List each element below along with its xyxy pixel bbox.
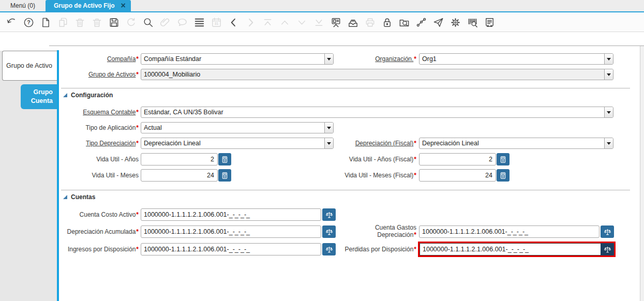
workflow-button[interactable] [414, 16, 428, 29]
save-button[interactable] [107, 16, 121, 29]
print-button [363, 16, 377, 29]
tipo-aplicacion-dropdown-button[interactable] [324, 123, 333, 133]
detail-window-icon [330, 17, 342, 28]
cuenta-gastos-depreciacion-input[interactable] [419, 225, 600, 238]
compania-input[interactable] [141, 54, 324, 64]
calculator-icon [221, 172, 229, 179]
esquema-contable-input[interactable] [141, 107, 604, 117]
tipo-depreciacion-input[interactable] [141, 138, 324, 148]
vertical-scrollbar[interactable] [640, 46, 644, 301]
section-header-cuentas[interactable]: Cuentas [63, 193, 95, 201]
find-button[interactable] [141, 16, 155, 29]
archive-icon [347, 17, 359, 28]
sidebar-tab-grupo-cuenta[interactable]: Grupo Cuenta [21, 84, 57, 109]
help-button[interactable]: ? [22, 16, 35, 29]
perdidas-disposicion-account-button[interactable] [601, 243, 614, 255]
delete-selection-button [90, 16, 103, 29]
up-record-button [278, 16, 291, 29]
scales-icon [325, 211, 333, 219]
organizacion-label: Organización.* [325, 53, 416, 65]
cuenta-costo-activo-input[interactable] [141, 208, 321, 221]
vida-util-anos-calculator-button[interactable] [218, 153, 231, 165]
attachment-button [158, 16, 172, 29]
grupo-activos-dropdown-button[interactable] [604, 69, 613, 80]
lock-button[interactable] [380, 16, 394, 29]
perdidas-disposicion-label: Perdidas por Disposición* [325, 243, 416, 255]
workflow-icon [415, 17, 427, 28]
vida-util-anos-fiscal-input[interactable] [419, 153, 496, 165]
chevron-down-icon [607, 111, 611, 114]
vida-util-anos-fiscal-calculator-button[interactable] [497, 153, 510, 165]
product-info-icon [467, 17, 478, 28]
chevron-down-icon [607, 58, 611, 61]
first-record-icon [262, 17, 274, 28]
previous-record-button[interactable] [227, 16, 240, 29]
tipo-aplicacion-input[interactable] [141, 123, 324, 133]
tab-menu-label: Menú (0) [10, 2, 35, 9]
first-record-button [261, 16, 274, 29]
delete-record-icon [74, 17, 86, 28]
grupo-activos-input[interactable] [141, 69, 604, 80]
undo-icon [6, 17, 18, 28]
close-tab-icon[interactable]: × [121, 2, 126, 10]
vida-util-anos-input[interactable] [141, 153, 218, 165]
refresh-icon [125, 17, 137, 28]
section-header-configuracion[interactable]: Configuración [63, 92, 113, 99]
detail-window-button[interactable] [329, 16, 342, 29]
next-record-icon [245, 17, 257, 28]
tab-menu[interactable]: Menú (0) [0, 0, 46, 11]
depreciacion-acumulada-account-button[interactable] [322, 225, 336, 238]
chat-icon [176, 17, 188, 28]
report-icon [484, 17, 496, 28]
undo-button[interactable] [5, 16, 18, 29]
depreciacion-fiscal-dropdown-button[interactable] [604, 138, 613, 148]
vida-util-meses-fiscal-calculator-button[interactable] [497, 169, 510, 182]
depreciacion-fiscal-input[interactable] [420, 138, 604, 148]
section-title: Cuentas [71, 193, 95, 201]
depreciacion-fiscal-combobox [419, 138, 613, 149]
app-window: Menú (0) Grupo de Activo Fijo × ? 31 [0, 0, 644, 301]
collapse-triangle-icon [63, 195, 67, 199]
product-info-button[interactable] [466, 16, 479, 29]
save-icon [108, 17, 120, 28]
sidebar-tab-grupo-de-activo[interactable]: Grupo de Activo [2, 51, 57, 81]
toggle-grid-button[interactable] [192, 16, 206, 29]
copy-record-icon [57, 17, 69, 28]
esquema-contable-label: Esquema Contable* [61, 107, 139, 118]
tipo-depreciacion-label: Tipo Depreciación* [61, 138, 139, 149]
help-icon: ? [23, 17, 35, 28]
cuenta-gastos-depreciacion-account-button[interactable] [601, 225, 614, 238]
organizacion-combobox [419, 53, 613, 65]
organizacion-dropdown-button[interactable] [604, 54, 613, 64]
report-button[interactable] [483, 16, 496, 29]
new-record-button[interactable] [39, 16, 52, 29]
section-title: Configuración [71, 92, 113, 99]
next-record-button [244, 16, 257, 29]
vida-util-meses-calculator-button[interactable] [218, 169, 231, 182]
calculator-icon [499, 156, 507, 163]
vida-util-anos-label: Vida Util - Años [61, 153, 139, 165]
up-record-icon [279, 17, 291, 28]
delete-record-button [73, 16, 86, 29]
send-mail-button[interactable] [431, 16, 445, 29]
chevron-down-icon [607, 142, 611, 145]
toggle-grid-icon [193, 17, 205, 28]
ingresos-disposicion-input[interactable] [141, 243, 321, 255]
archive-button[interactable] [346, 16, 360, 29]
new-record-icon [40, 17, 52, 28]
window-tab-bar: Menú (0) Grupo de Activo Fijo × [0, 0, 644, 12]
depreciacion-acumulada-input[interactable] [141, 225, 321, 238]
vida-util-meses-input[interactable] [141, 169, 218, 182]
cuenta-costo-activo-account-button[interactable] [322, 208, 336, 221]
chat-button [175, 16, 189, 29]
previous-record-icon [228, 17, 239, 28]
perdidas-disposicion-input[interactable] [420, 243, 601, 255]
zoom-across-button[interactable] [397, 16, 411, 29]
organizacion-input[interactable] [420, 54, 604, 64]
toolbar: ? 31 [0, 13, 644, 32]
vida-util-meses-fiscal-input[interactable] [419, 169, 496, 182]
preferences-button[interactable] [448, 16, 462, 29]
esquema-contable-dropdown-button[interactable] [604, 107, 613, 117]
tab-grupo-de-activo-fijo[interactable]: Grupo de Activo Fijo × [46, 0, 131, 11]
vida-util-meses-fiscal-label: Vida Util - Meses (Fiscal)* [325, 169, 416, 182]
